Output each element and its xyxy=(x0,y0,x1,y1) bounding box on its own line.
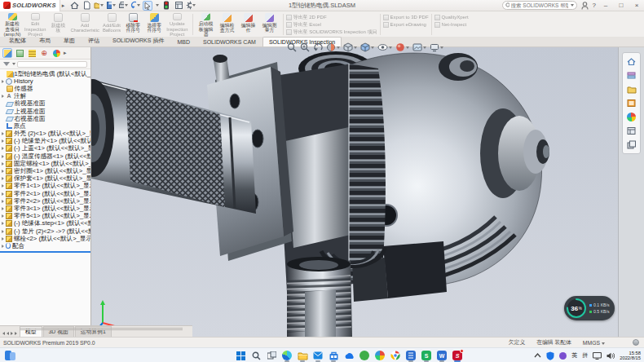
tab-assembly[interactable]: 装配体 xyxy=(2,34,33,46)
displaymanager-tab-icon[interactable] xyxy=(51,48,61,58)
tree-item-component[interactable]: (-) 绝缘垫片<1> (默认<<默认>_显示 xyxy=(0,138,90,145)
close-button[interactable]: × xyxy=(631,1,642,10)
green-app-icon[interactable] xyxy=(359,350,370,361)
view-settings-icon[interactable] xyxy=(430,42,443,52)
volume-icon[interactable] xyxy=(607,352,615,360)
edit-inspection-method-button[interactable]: 编辑检 查方式 xyxy=(217,12,238,37)
search-input[interactable] xyxy=(511,2,568,8)
status-tag-icon[interactable] xyxy=(633,339,639,346)
tree-item-component[interactable]: 零件2<2> (默认<<默认>_显示状态 xyxy=(0,197,90,205)
configurationmanager-tab-icon[interactable] xyxy=(27,48,37,58)
appearances-icon[interactable] xyxy=(626,112,637,122)
filter-caret[interactable] xyxy=(12,63,15,65)
display-style-icon[interactable] xyxy=(360,42,374,52)
restore-button[interactable]: □ xyxy=(615,1,627,10)
zoom-to-area-icon[interactable] xyxy=(300,42,310,52)
taskbar-clock[interactable]: 15:58 2022/8/15 xyxy=(620,351,641,361)
tree-item-component[interactable]: 外壳 (2)<1> (默认<<默认>_显示状态 xyxy=(0,130,90,138)
status-units[interactable]: MMGS xyxy=(583,340,605,346)
store-icon[interactable] xyxy=(328,350,339,361)
panel-resize-grip[interactable] xyxy=(20,328,183,330)
graphics-area[interactable] xyxy=(91,47,618,337)
edge-icon[interactable] xyxy=(281,350,293,361)
sheet-nav-next-icon[interactable] xyxy=(11,332,13,335)
template-editor-button[interactable]: 启动模 板编辑 器 xyxy=(196,12,217,37)
minimize-button[interactable]: – xyxy=(600,1,611,10)
rebuild-icon[interactable] xyxy=(161,1,171,11)
design-library-icon[interactable] xyxy=(626,70,637,81)
propertymanager-tab-icon[interactable] xyxy=(15,48,24,58)
tree-item-sensors[interactable]: 传感器 xyxy=(0,85,90,92)
view-orientation-icon[interactable] xyxy=(343,42,357,52)
edit-measurement-button[interactable]: 编辑测 量方 xyxy=(259,12,280,37)
tree-item-component[interactable]: 零件2<1> (默认<<默认>_显示状态 xyxy=(0,190,90,197)
tree-item-component[interactable]: 固定螺栓<1> (默认<<默认>_显示状 xyxy=(0,160,90,167)
print-icon[interactable] xyxy=(118,1,128,11)
tree-item-component[interactable]: 零件1<1> (默认<<默认>_显示状态- xyxy=(0,183,90,190)
remove-balloons-button[interactable]: 移除零 件序号 xyxy=(122,12,143,37)
tray-expand-icon[interactable] xyxy=(534,353,541,358)
security-shield-icon[interactable] xyxy=(546,351,554,360)
sheet-nav-first-icon[interactable] xyxy=(2,332,5,335)
widgets-icon[interactable] xyxy=(5,351,15,362)
tree-item-component[interactable]: 密封圈<1> (默认<<默认>_显示状态 xyxy=(0,167,90,174)
mail-icon[interactable] xyxy=(312,350,324,361)
file-properties-icon[interactable] xyxy=(174,1,183,11)
tab-mbd[interactable]: MBD xyxy=(170,37,196,46)
taskbar-search-icon[interactable] xyxy=(250,350,262,361)
file-explorer-icon[interactable] xyxy=(626,84,637,95)
tab-layout[interactable]: 布局 xyxy=(33,34,57,46)
tree-item-component[interactable]: 螺栓<2> (默认<<默认>_显示状态 xyxy=(0,235,90,242)
previous-view-icon[interactable] xyxy=(313,42,323,52)
edit-operation-button[interactable]: 编辑操 作 xyxy=(238,12,259,37)
search-box[interactable] xyxy=(502,1,577,10)
ime-language-indicator[interactable]: 英 xyxy=(571,351,577,360)
new-inspection-project-button[interactable]: 新建检 查项目 (amp;N) xyxy=(2,12,23,37)
featuremanager-tab-icon[interactable] xyxy=(2,48,12,58)
dimxpertmanager-tab-icon[interactable]: ⊕ xyxy=(39,48,49,58)
onedrive-icon[interactable] xyxy=(343,350,355,361)
tree-item-origin[interactable]: 原点 xyxy=(0,122,90,130)
select-tool-icon[interactable] xyxy=(143,1,152,11)
tree-item-front-plane[interactable]: 前视基准面 xyxy=(0,100,90,108)
display-cast-icon[interactable] xyxy=(593,352,602,360)
hide-show-items-icon[interactable] xyxy=(377,42,392,52)
open-icon[interactable] xyxy=(94,1,104,11)
tree-item-component[interactable]: 零件3<1> (默认<<默认>_显示状态 xyxy=(0,205,90,212)
tree-item-component[interactable]: (-) 绝缘体.step<1> (默认<<默认> xyxy=(0,220,90,227)
new-document-icon[interactable] xyxy=(82,1,91,11)
tree-item-component[interactable]: (-) 垫片 (2)<2> ->? (默认<<默认> xyxy=(0,227,90,235)
view-palette-icon[interactable] xyxy=(626,98,637,108)
tree-item-annotations[interactable]: A注解 xyxy=(0,93,90,100)
zoom-to-fit-icon[interactable] xyxy=(287,42,297,52)
w-app-icon[interactable]: W xyxy=(436,350,448,361)
tab-cam[interactable]: SOLIDWORKS CAM xyxy=(196,37,262,46)
model-canvas[interactable] xyxy=(91,47,618,337)
undo-icon[interactable] xyxy=(130,1,140,11)
filter-input[interactable] xyxy=(17,61,87,68)
start-button[interactable] xyxy=(235,350,246,361)
menu-expand-icon[interactable]: ▸ xyxy=(62,2,65,9)
photos-icon[interactable] xyxy=(374,350,386,361)
panel-overflow-icon[interactable]: ▸ xyxy=(64,50,67,56)
options-icon[interactable] xyxy=(186,1,196,11)
select-tool-caret[interactable] xyxy=(156,4,159,7)
tree-item-component[interactable]: (-) 温度传感器<1> (默认<<默认>_显 xyxy=(0,152,90,160)
solidworks-taskbar-icon[interactable]: S xyxy=(452,350,463,361)
tree-item-right-plane[interactable]: 右视基准面 xyxy=(0,115,90,122)
tree-item-top-plane[interactable]: 上视基准面 xyxy=(0,108,90,115)
s-app-icon[interactable]: S xyxy=(421,350,432,361)
tab-addins[interactable]: SOLIDWORKS 插件 xyxy=(106,34,170,46)
edit-appearance-icon[interactable] xyxy=(395,42,409,52)
section-view-icon[interactable] xyxy=(326,42,340,52)
tab-evaluate[interactable]: 评估 xyxy=(82,34,106,46)
notebook-app-icon[interactable] xyxy=(405,350,417,361)
tree-item-component[interactable]: 保护套<1> (默认<<默认>_显示状态 xyxy=(0,175,90,183)
resources-home-icon[interactable] xyxy=(626,56,637,67)
tree-root[interactable]: 1型铂铑热电偶 (默认<默认_显示状态-1 xyxy=(0,70,90,77)
performance-overlay-widget[interactable]: 36% 0.1 KB/s 0.5 KB/s xyxy=(564,296,615,320)
task-view-icon[interactable] xyxy=(266,350,277,361)
document-manager-icon[interactable] xyxy=(626,139,637,150)
home-icon[interactable] xyxy=(69,1,79,11)
tree-item-component[interactable]: (-) 上盖<1> (默认<<默认>_显示状态 xyxy=(0,145,90,152)
